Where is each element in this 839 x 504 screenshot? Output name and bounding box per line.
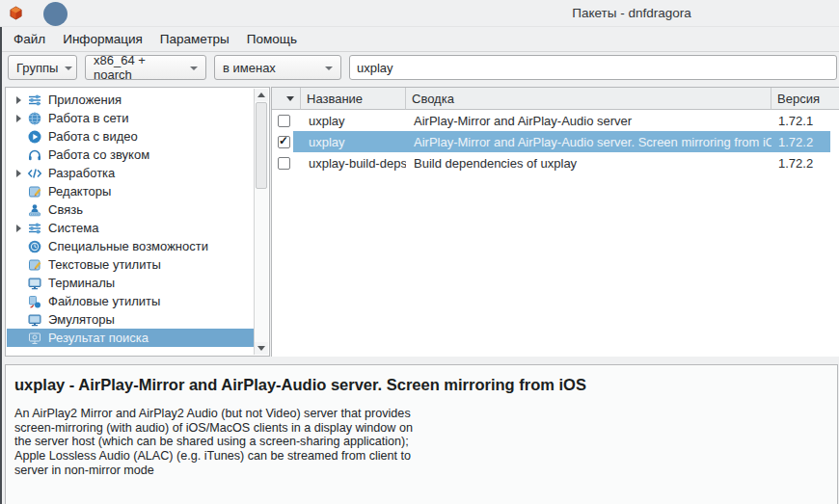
sidebar-item-label: Система [48,221,98,235]
sidebar-item[interactable]: Терминалы [7,274,254,292]
sidebar-item[interactable]: Текстовые утилиты [7,255,254,274]
scrollbar-thumb[interactable] [256,102,267,189]
groups-select[interactable]: Группы [8,55,77,80]
package-version: 1.72.2 [771,135,839,149]
menu-help[interactable]: Помощь [238,27,306,51]
sidebar-item-label: Разработка [48,166,115,180]
chevron-down-icon [190,66,198,70]
category-sidebar: ПриложенияРабота в сетиРабота с видеоРаб… [5,87,270,357]
sidebar-item-label: Результат поиска [48,331,149,345]
sidebar-item[interactable]: Эмуляторы [7,310,254,329]
package-summary: AirPlay-Mirror and AirPlay-Audio server.… [406,135,771,149]
sliders-icon [26,221,42,236]
filter-toolbar: Группы x86_64 + noarch в именах [0,52,839,83]
notepad-icon [26,184,42,199]
arch-select[interactable]: x86_64 + noarch [85,55,206,80]
sidebar-item-label: Работа с видео [48,129,138,144]
sidebar-item-label: Специальные возможности [48,239,208,253]
video-play-icon [26,129,42,145]
search-scope-value: в именах [223,61,276,75]
communication-icon [26,202,42,218]
menu-information[interactable]: Информация [54,27,151,51]
category-tree: ПриложенияРабота в сетиРабота с видеоРаб… [7,89,254,355]
chevron-down-icon [65,66,72,70]
search-result-icon [26,331,42,346]
sidebar-item-label: Терминалы [48,276,115,290]
expand-arrow-icon[interactable] [12,115,26,122]
search-input[interactable] [349,55,837,80]
sidebar-item-label: Эмуляторы [48,312,115,327]
sidebar-item[interactable]: Работа с видео [7,127,254,146]
expand-arrow-icon[interactable] [12,225,26,232]
package-details-panel: uxplay - AirPlay-Mirror and AirPlay-Audi… [5,364,838,504]
sidebar-item[interactable]: Редакторы [7,182,254,200]
sidebar-item[interactable]: Приложения [7,91,254,109]
column-header-version[interactable]: Версия [771,88,839,110]
window-left-border [0,27,2,504]
headphones-icon [26,147,42,163]
package-summary: AirPlay-Mirror and AirPlay-Audio server [406,114,771,128]
package-summary: Build dependencies of uxplay [406,156,771,171]
sidebar-item-label: Редакторы [48,184,111,199]
table-row[interactable]: ✓uxplayAirPlay-Mirror and AirPlay-Audio … [272,110,839,131]
sidebar-item-label: Работа со звуком [48,147,149,162]
notepad-icon [26,257,42,273]
menu-options[interactable]: Параметры [151,27,238,51]
sidebar-item[interactable]: Файловые утилиты [7,292,254,310]
expand-arrow-icon[interactable] [12,96,26,104]
sidebar-item[interactable]: Система [7,219,254,237]
sliders-icon [26,93,42,108]
scroll-down-button[interactable] [255,342,268,355]
package-name: uxplay [301,114,406,128]
package-name: uxplay [301,135,406,149]
sidebar-item[interactable]: Работа в сети [7,109,254,127]
dnfdragora-logo-icon [9,6,23,24]
column-header-name[interactable]: Название [301,88,406,110]
expand-arrow-icon[interactable] [12,170,26,177]
package-table: Название Сводка Версия ✓uxplayAirPlay-Mi… [271,87,839,357]
code-icon [26,166,42,181]
chevron-down-icon [325,66,333,70]
sidebar-item[interactable]: Специальные возможности [7,237,254,255]
sidebar-item[interactable]: Связь [7,200,254,219]
sidebar-item[interactable]: Результат поиска [7,329,254,347]
emulator-icon [26,312,42,328]
table-row[interactable]: ✓uxplayAirPlay-Mirror and AirPlay-Audio … [272,131,839,152]
row-checkbox[interactable]: ✓ [278,136,290,148]
row-checkbox-cell: ✓ [272,115,301,127]
table-body: ✓uxplayAirPlay-Mirror and AirPlay-Audio … [272,110,839,173]
checkmark-icon: ✓ [279,136,288,147]
row-checkbox[interactable]: ✓ [278,115,290,127]
sidebar-item-label: Файловые утилиты [48,294,160,308]
package-description: An AirPlay2 Mirror and AirPlay2 Audio (b… [14,407,827,478]
sidebar-item-label: Текстовые утилиты [48,257,161,272]
window-title: Пакеты - dnfdragora [572,6,691,20]
titlebar: Пакеты - dnfdragora [0,0,839,27]
dnfdragora-window: Пакеты - dnfdragora Файл Информация Пара… [0,0,839,504]
groups-select-value: Группы [16,61,58,75]
menubar: Файл Информация Параметры Помощь [0,27,839,52]
select-all-dropdown[interactable] [272,88,301,110]
row-checkbox-cell: ✓ [272,157,301,170]
table-header: Название Сводка Версия [272,88,839,110]
sidebar-scrollbar[interactable] [254,89,268,355]
menu-file[interactable]: Файл [5,27,54,51]
package-name: uxplay-build-deps [301,156,406,171]
column-header-summary[interactable]: Сводка [406,88,771,110]
row-checkbox[interactable]: ✓ [278,157,290,170]
globe-icon [26,111,42,126]
package-version: 1.72.1 [771,114,839,128]
arrow-down-icon [257,346,265,351]
dropdown-triangle-icon [286,96,294,101]
scroll-up-button[interactable] [255,89,268,101]
table-row[interactable]: ✓uxplay-build-depsBuild dependencies of … [272,152,839,173]
search-scope-select[interactable]: в именах [214,55,341,80]
app-circle-icon [43,2,68,26]
package-details-title: uxplay - AirPlay-Mirror and AirPlay-Audi… [14,376,827,394]
sidebar-item-label: Связь [48,202,83,217]
accessibility-icon [26,239,42,254]
sidebar-item[interactable]: Работа со звуком [7,146,254,164]
file-utils-icon [26,294,42,309]
sidebar-item[interactable]: Разработка [7,164,254,182]
arrow-up-icon [257,93,265,97]
